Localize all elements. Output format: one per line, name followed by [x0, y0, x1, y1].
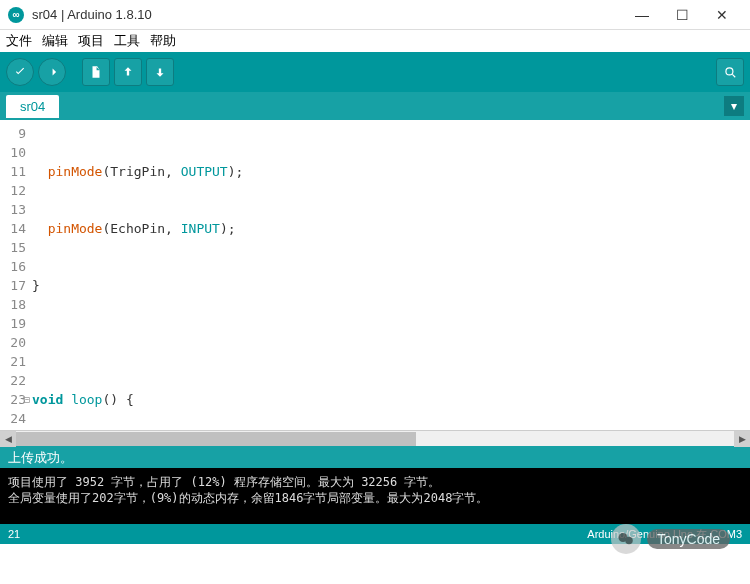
upload-button[interactable]	[38, 58, 66, 86]
window-title: sr04 | Arduino 1.8.10	[32, 7, 622, 22]
wechat-icon	[611, 524, 641, 554]
line-gutter: 9101112 13141516 17181920 21222324	[0, 120, 32, 430]
line-number: 21	[8, 528, 20, 540]
serial-monitor-button[interactable]	[716, 58, 744, 86]
save-button[interactable]	[146, 58, 174, 86]
menubar: 文件 编辑 项目 工具 帮助	[0, 30, 750, 52]
maximize-button[interactable]: ☐	[662, 0, 702, 30]
console-line: 项目使用了 3952 字节，占用了 (12%) 程序存储空间。最大为 32256…	[8, 474, 742, 490]
arduino-logo-icon: ∞	[8, 7, 24, 23]
console-line: 全局变量使用了202字节，(9%)的动态内存，余留1846字节局部变量。最大为2…	[8, 490, 742, 506]
menu-file[interactable]: 文件	[6, 32, 32, 50]
toolbar	[0, 52, 750, 92]
svg-point-0	[726, 68, 733, 75]
menu-help[interactable]: 帮助	[150, 32, 176, 50]
tab-menu-button[interactable]: ▾	[724, 96, 744, 116]
code-area[interactable]: pinMode(TrigPin, OUTPUT); pinMode(EchoPi…	[32, 120, 750, 430]
tabbar: sr04 ▾	[0, 92, 750, 120]
verify-button[interactable]	[6, 58, 34, 86]
scroll-right-icon[interactable]: ▶	[734, 431, 750, 447]
output-console[interactable]: 项目使用了 3952 字节，占用了 (12%) 程序存储空间。最大为 32256…	[0, 468, 750, 524]
watermark: TonyCode	[611, 524, 730, 554]
new-button[interactable]	[82, 58, 110, 86]
menu-edit[interactable]: 编辑	[42, 32, 68, 50]
tab-sr04[interactable]: sr04	[6, 95, 59, 118]
close-button[interactable]: ✕	[702, 0, 742, 30]
minimize-button[interactable]: —	[622, 0, 662, 30]
status-message: 上传成功。	[0, 446, 750, 468]
scroll-thumb[interactable]	[16, 432, 416, 446]
titlebar: ∞ sr04 | Arduino 1.8.10 — ☐ ✕	[0, 0, 750, 30]
horizontal-scrollbar[interactable]: ◀ ▶	[0, 430, 750, 446]
menu-tools[interactable]: 工具	[114, 32, 140, 50]
svg-point-2	[625, 537, 633, 545]
open-button[interactable]	[114, 58, 142, 86]
code-editor[interactable]: 9101112 13141516 17181920 21222324 pinMo…	[0, 120, 750, 430]
menu-sketch[interactable]: 项目	[78, 32, 104, 50]
scroll-left-icon[interactable]: ◀	[0, 431, 16, 447]
